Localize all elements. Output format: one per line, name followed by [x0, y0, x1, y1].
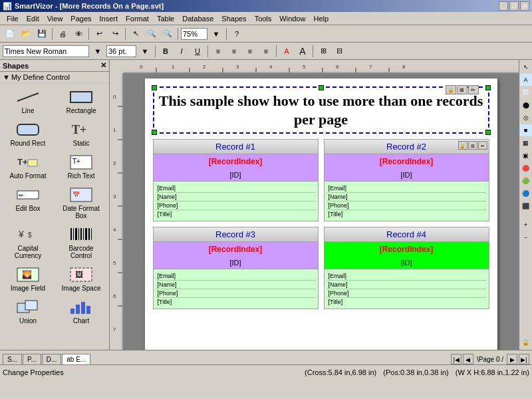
- more-button[interactable]: ⊟: [332, 45, 346, 58]
- menu-view[interactable]: View: [43, 13, 67, 24]
- font-color-button[interactable]: A: [279, 45, 294, 58]
- align-left-button[interactable]: ≡: [211, 45, 225, 58]
- close-button[interactable]: ×: [520, 1, 529, 11]
- shape-rectangle[interactable]: Rectangle: [56, 86, 106, 116]
- shape-image-field[interactable]: 🌄 Image Field: [3, 263, 53, 293]
- record-2-btn-3[interactable]: ✏: [478, 141, 487, 150]
- rt-btn-7[interactable]: ▦: [520, 137, 532, 149]
- underline-button[interactable]: U: [190, 45, 205, 58]
- tab-s[interactable]: S...: [3, 354, 22, 364]
- menu-format[interactable]: Format: [122, 13, 153, 24]
- handle-tl[interactable]: [152, 85, 157, 90]
- handle-tr[interactable]: [485, 85, 491, 90]
- title-text-box[interactable]: This sample show how to use more than on…: [153, 86, 489, 134]
- menu-database[interactable]: Database: [178, 13, 217, 24]
- shape-line[interactable]: Line: [3, 86, 53, 116]
- menu-edit[interactable]: Edit: [23, 13, 43, 24]
- help-button[interactable]: ?: [229, 27, 244, 41]
- record-2-btn-2[interactable]: ⊞: [468, 141, 477, 150]
- align-justify-button[interactable]: ≡: [259, 45, 273, 58]
- shape-round-rect[interactable]: Round Rect: [3, 118, 53, 148]
- rt-lock-btn[interactable]: 🔒: [520, 336, 532, 348]
- canvas-content[interactable]: This sample show how to use more than on…: [123, 73, 519, 350]
- tab-abe[interactable]: ab E...: [62, 354, 90, 364]
- handle-br[interactable]: [485, 130, 491, 135]
- page-last-btn[interactable]: ▶|: [519, 354, 529, 364]
- rt-btn-3[interactable]: ⬜: [520, 86, 532, 98]
- undo-button[interactable]: ↩: [92, 27, 106, 41]
- save-button[interactable]: 💾: [35, 27, 49, 41]
- rt-btn-11[interactable]: 🔵: [520, 188, 532, 200]
- maximize-button[interactable]: □: [509, 1, 519, 11]
- menu-window[interactable]: Window: [275, 13, 309, 24]
- zoom-in-button[interactable]: 🔍: [144, 27, 159, 41]
- menu-help[interactable]: Help: [309, 13, 332, 24]
- shape-auto-format-label: Auto Format: [9, 172, 46, 180]
- rt-btn-9[interactable]: 🔴: [520, 162, 532, 174]
- shape-auto-format[interactable]: T+ Auto Format: [3, 151, 53, 181]
- page-prev-btn[interactable]: ◀: [463, 354, 473, 364]
- text-size-large[interactable]: A: [295, 45, 310, 58]
- status-bar: Change Properties (Cross:5.84 in,6.98 in…: [0, 364, 532, 379]
- shape-union[interactable]: Union: [3, 296, 53, 326]
- menu-tools[interactable]: Tools: [251, 13, 276, 24]
- menu-file[interactable]: File: [3, 13, 23, 24]
- rt-btn-2[interactable]: A: [520, 74, 532, 86]
- title-text-container[interactable]: This sample show how to use more than on…: [153, 86, 489, 134]
- menu-table[interactable]: Table: [153, 13, 178, 24]
- preview-button[interactable]: 👁: [71, 27, 86, 41]
- menu-pages[interactable]: Pages: [66, 13, 95, 24]
- tab-d[interactable]: D...: [42, 354, 62, 364]
- bold-button[interactable]: B: [158, 45, 173, 58]
- rt-btn-1[interactable]: ↖: [520, 61, 532, 73]
- zoom-dropdown[interactable]: ▼: [209, 27, 223, 41]
- shape-barcode[interactable]: Barcode Control: [56, 223, 106, 261]
- align-center-button[interactable]: ≡: [227, 45, 241, 58]
- minimize-button[interactable]: _: [499, 1, 508, 11]
- font-size-input[interactable]: [106, 45, 136, 57]
- rt-btn-6[interactable]: ■: [520, 124, 532, 136]
- align-right-button[interactable]: ≡: [243, 45, 257, 58]
- font-size-dropdown[interactable]: ▼: [138, 45, 152, 58]
- zoom-out-button[interactable]: 🔍: [160, 27, 175, 41]
- font-dropdown[interactable]: ▼: [90, 45, 105, 58]
- font-input[interactable]: [3, 45, 89, 57]
- menu-shapes[interactable]: Shapes: [217, 13, 250, 24]
- shape-image-space[interactable]: 🖼 Image Space: [56, 263, 106, 293]
- shapes-pin-button[interactable]: ✕: [100, 61, 106, 70]
- context-btn-3[interactable]: ✏: [468, 85, 479, 94]
- rt-btn-12[interactable]: ⬛: [520, 200, 532, 212]
- page-next-btn[interactable]: ▶: [507, 354, 517, 364]
- tab-p[interactable]: P...: [23, 354, 41, 364]
- handle-bl[interactable]: [152, 130, 157, 135]
- print-button[interactable]: 🖨: [55, 27, 70, 41]
- page-first-btn[interactable]: |◀: [451, 354, 462, 364]
- shape-edit-box[interactable]: ✏ Edit Box: [3, 184, 53, 221]
- shape-chart[interactable]: Chart: [56, 296, 106, 326]
- italic-button[interactable]: I: [174, 45, 189, 58]
- record-4-field-phone: [Phone]: [327, 289, 486, 298]
- toolbar-separator-2: [88, 28, 89, 40]
- border-button[interactable]: ⊞: [316, 45, 331, 58]
- context-btn-1[interactable]: 🔒: [446, 85, 456, 94]
- redo-button[interactable]: ↪: [108, 27, 122, 41]
- context-btn-2[interactable]: ⊞: [457, 85, 467, 94]
- rt-btn-5[interactable]: ◎: [520, 112, 532, 124]
- record-2-btn-1[interactable]: 🔒: [458, 141, 467, 150]
- rt-btn-zoom-out[interactable]: −: [520, 231, 532, 243]
- canvas-area[interactable]: 0 1 2 3 4 5 6 7 8: [110, 60, 519, 350]
- shape-static[interactable]: T+ Static: [56, 118, 106, 148]
- shape-capital-currency[interactable]: ¥$ Capital Currency: [3, 223, 53, 261]
- cursor-button[interactable]: ↖: [128, 27, 143, 41]
- new-button[interactable]: 📄: [3, 27, 17, 41]
- rt-btn-8[interactable]: ▣: [520, 150, 532, 162]
- shape-date-box[interactable]: 📅 Date Format Box: [56, 184, 106, 221]
- zoom-input[interactable]: [181, 28, 207, 40]
- rt-btn-10[interactable]: 🟢: [520, 175, 532, 187]
- rt-btn-4[interactable]: ⬤: [520, 99, 532, 111]
- rt-btn-zoom-in[interactable]: +: [520, 219, 532, 231]
- handle-tc[interactable]: [319, 85, 324, 90]
- menu-insert[interactable]: Insert: [96, 13, 122, 24]
- shape-rich-text[interactable]: T+ Rich Text: [56, 151, 106, 181]
- open-button[interactable]: 📂: [19, 27, 33, 41]
